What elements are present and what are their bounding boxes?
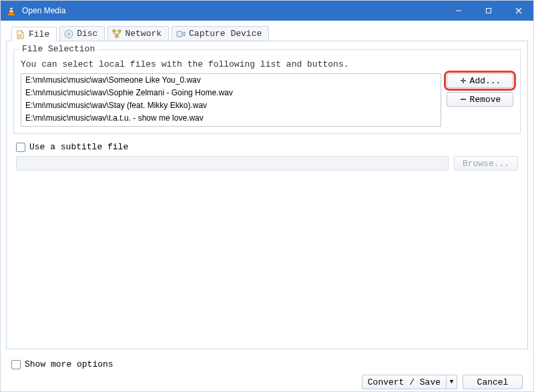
- tab-disc[interactable]: Disc: [59, 26, 105, 41]
- file-list[interactable]: E:\mι\music\music\wav\Someone Like You_0…: [21, 73, 441, 127]
- cancel-button[interactable]: Cancel: [463, 375, 523, 389]
- svg-rect-13: [115, 35, 118, 37]
- plus-icon: [459, 77, 467, 85]
- convert-save-main[interactable]: Convert / Save: [362, 375, 446, 389]
- dialog-footer: Show more options Convert / Save ▼ Cance…: [1, 357, 533, 391]
- svg-rect-11: [113, 30, 115, 32]
- use-subtitle-label: Use a subtitle file: [29, 142, 128, 152]
- browse-subtitle-button: Browse...: [454, 156, 518, 171]
- tab-capture-label: Capture Device: [189, 29, 262, 39]
- file-list-item[interactable]: E:\mι\music\music\wav\t.a.t.u. - show me…: [21, 112, 441, 125]
- tab-file[interactable]: File: [11, 27, 57, 41]
- close-button[interactable]: [503, 1, 533, 21]
- network-icon: [112, 29, 121, 39]
- tab-file-label: File: [29, 29, 49, 39]
- file-selection-legend: File Selection: [19, 44, 97, 54]
- cancel-button-label: Cancel: [477, 377, 509, 387]
- add-button-label: Add...: [470, 76, 501, 86]
- svg-rect-2: [9, 11, 13, 12]
- subtitle-checkbox-row: Use a subtitle file: [16, 142, 518, 152]
- dialog-body: File Disc Network Capture Device File Se…: [1, 21, 533, 357]
- add-button[interactable]: Add...: [447, 73, 513, 88]
- use-subtitle-checkbox[interactable]: [16, 143, 25, 152]
- chevron-down-icon: ▼: [450, 379, 453, 385]
- show-more-options-label: Show more options: [25, 359, 113, 369]
- remove-button[interactable]: Remove: [447, 92, 513, 107]
- file-list-item[interactable]: E:\mι\music\music\wav\Someone Like You_0…: [21, 74, 441, 87]
- tab-bar: File Disc Network Capture Device: [6, 26, 528, 41]
- titlebar: Open Media: [1, 1, 533, 21]
- file-selection-group: File Selection You can select local file…: [13, 49, 521, 134]
- vlc-cone-icon: [6, 5, 17, 16]
- convert-save-label: Convert / Save: [368, 377, 441, 387]
- minimize-button[interactable]: [443, 1, 473, 21]
- capture-icon: [176, 29, 186, 39]
- svg-point-10: [68, 33, 70, 35]
- tab-network[interactable]: Network: [107, 26, 169, 41]
- svg-rect-12: [118, 30, 121, 32]
- svg-rect-3: [8, 14, 15, 15]
- svg-rect-1: [10, 8, 13, 9]
- tab-panel-file: File Selection You can select local file…: [6, 41, 528, 349]
- file-list-item[interactable]: E:\mι\music\music\wav\Sophie Zelmani - G…: [21, 87, 441, 99]
- svg-rect-14: [177, 31, 182, 37]
- tab-capture[interactable]: Capture Device: [172, 26, 269, 41]
- convert-save-button[interactable]: Convert / Save ▼: [362, 375, 457, 389]
- remove-button-label: Remove: [470, 95, 501, 105]
- minus-icon: [459, 95, 467, 103]
- show-more-options-checkbox[interactable]: [11, 360, 21, 369]
- maximize-button[interactable]: [473, 1, 503, 21]
- disc-icon: [64, 29, 73, 39]
- tab-network-label: Network: [125, 29, 162, 39]
- browse-subtitle-label: Browse...: [463, 159, 509, 169]
- subtitle-path-field: [16, 156, 449, 171]
- window-title: Open Media: [22, 6, 65, 15]
- file-list-item[interactable]: E:\mι\music\music\wav\Stay (feat. Mikky …: [21, 99, 441, 112]
- svg-marker-0: [9, 6, 13, 14]
- file-selection-hint: You can select local files with the foll…: [21, 59, 513, 69]
- file-icon: [16, 30, 25, 39]
- svg-rect-5: [486, 9, 491, 13]
- window-controls: [443, 1, 533, 21]
- tab-disc-label: Disc: [77, 29, 97, 39]
- convert-save-dropdown[interactable]: ▼: [446, 375, 457, 389]
